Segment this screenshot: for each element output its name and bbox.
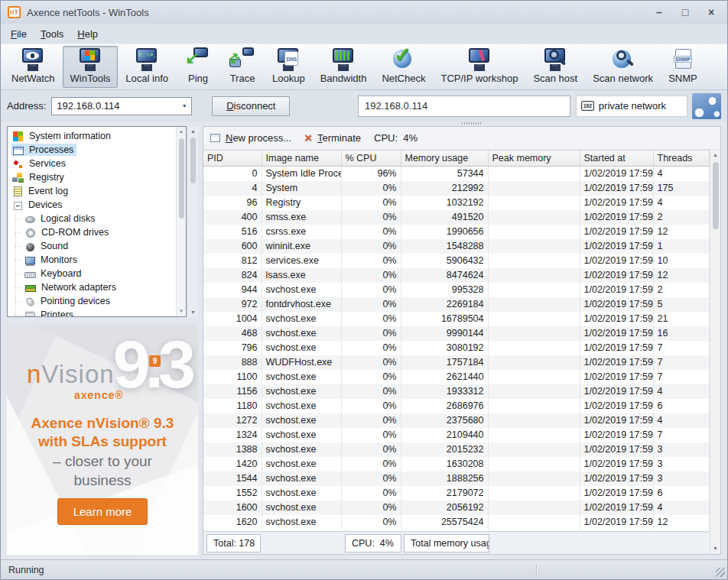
process-row[interactable]: 468svchost.exe0%99901441/02/2019 17:59:1… xyxy=(203,326,710,341)
process-row[interactable]: 1156svchost.exe0%19333121/02/2019 17:59:… xyxy=(203,384,710,399)
menu-file[interactable]: File xyxy=(4,26,34,42)
process-table-zone: PIDImage name% CPUMemory usagePeak memor… xyxy=(203,150,720,554)
tree-item-pointing-devices[interactable]: Pointing devices xyxy=(8,294,176,308)
scroll-up-icon[interactable]: ▲ xyxy=(179,127,184,137)
tree-item-services[interactable]: Services xyxy=(8,157,176,170)
scroll-down-icon[interactable]: ▼ xyxy=(713,543,718,554)
toolbar-button-scan-host[interactable]: Scan host xyxy=(525,46,585,88)
process-table-body: 0System Idle Process96%573441/02/2019 17… xyxy=(203,167,710,530)
process-row[interactable]: 1272svchost.exe0%23756801/02/2019 17:59:… xyxy=(203,413,710,428)
column-header-memory-usage[interactable]: Memory usage xyxy=(401,151,488,167)
scroll-up-icon[interactable]: ▲ xyxy=(190,126,196,136)
host-address-field[interactable]: 192.168.0.114 xyxy=(358,96,570,117)
toolbar-button-netwatch[interactable]: NetWatch xyxy=(4,46,63,88)
toolbar-button-netcheck[interactable]: ✓NetCheck xyxy=(374,46,433,88)
tree-item-event-log[interactable]: Event log xyxy=(8,184,176,198)
scroll-down-icon[interactable]: ▼ xyxy=(179,306,184,316)
process-row[interactable]: 1420svchost.exe0%16302081/02/2019 17:59:… xyxy=(203,457,710,471)
column-header-threads[interactable]: Threads xyxy=(653,151,710,167)
process-row[interactable]: 1180svchost.exe0%26869761/02/2019 17:59:… xyxy=(203,399,710,413)
scroll-down-icon[interactable]: ▼ xyxy=(190,307,196,317)
menu-help[interactable]: Help xyxy=(70,26,105,42)
toolbar-button-trace[interactable]: ⇄Trace xyxy=(220,46,265,88)
new-process-button[interactable]: New process... xyxy=(226,132,291,144)
toolbar-button-snmp[interactable]: SNMPSNMP xyxy=(661,46,705,88)
toolbar-button-ping[interactable]: ↙Ping xyxy=(176,46,220,88)
processes-icon xyxy=(13,147,24,155)
toolbar-button-lookup[interactable]: DNSLookup xyxy=(265,46,313,88)
process-row[interactable]: 1620svchost.exe0%255754241/02/2019 17:59… xyxy=(203,515,710,530)
tree-scrollbar[interactable]: ▲ ▼ xyxy=(176,127,186,316)
process-row[interactable]: 400smss.exe0%4915201/02/2019 17:59:2 xyxy=(203,210,710,225)
process-row[interactable]: 1544svchost.exe0%18882561/02/2019 17:59:… xyxy=(203,471,710,486)
process-row[interactable]: 1100svchost.exe0%26214401/02/2019 17:59:… xyxy=(203,370,710,384)
toolbar-button-scan-network[interactable]: Scan network xyxy=(585,46,661,88)
process-row[interactable]: 1388svchost.exe0%20152321/02/2019 17:59:… xyxy=(203,442,710,457)
ad-banner[interactable]: 9.3 nVision 9 axence® Axence nVision® 9.… xyxy=(7,325,198,555)
process-row[interactable]: 944svchost.exe0%9953281/02/2019 17:59:2 xyxy=(203,283,710,297)
tree-item-processes[interactable]: Processes xyxy=(8,143,176,157)
wintools-icon xyxy=(76,47,105,71)
process-table: PIDImage name% CPUMemory usagePeak memor… xyxy=(203,150,710,530)
process-row[interactable]: 96Registry0%10321921/02/2019 17:59:4 xyxy=(203,196,710,210)
tree-item-system-information[interactable]: System information xyxy=(8,129,176,143)
toolbar-button-local-info[interactable]: C:\>_Local info xyxy=(118,46,176,88)
process-row[interactable]: 1600svchost.exe0%20561921/02/2019 17:59:… xyxy=(203,501,710,515)
mouse-icon xyxy=(24,296,35,307)
scroll-up-icon[interactable]: ▲ xyxy=(713,150,718,160)
process-row[interactable]: 824lsass.exe0%84746241/02/2019 17:59:12 xyxy=(203,268,710,283)
process-row[interactable]: 1004svchost.exe0%167895041/02/2019 17:59… xyxy=(203,312,710,326)
toolbar-button-bandwidth[interactable]: Bandwidth xyxy=(313,46,375,88)
minimize-button[interactable]: – xyxy=(648,4,671,21)
process-row[interactable]: 516csrss.exe0%19906561/02/2019 17:59:12 xyxy=(203,225,710,239)
tree-item-logical-disks[interactable]: Logical disks xyxy=(8,212,176,225)
learn-more-button[interactable]: Learn more xyxy=(57,498,148,525)
printers-icon xyxy=(25,313,35,316)
column-header-peak-memory[interactable]: Peak memory xyxy=(488,151,580,167)
address-combobox[interactable]: 192.168.0.114 ▼ xyxy=(51,97,192,115)
process-row[interactable]: 1324svchost.exe0%21094401/02/2019 17:59:… xyxy=(203,428,710,442)
device-tree: System informationProcessesServicesRegis… xyxy=(8,127,176,316)
tree-item-registry[interactable]: Registry xyxy=(8,170,176,184)
column-header-cpu[interactable]: % CPU xyxy=(341,151,401,167)
panel-scrollbar[interactable]: ▲ ▼ xyxy=(187,126,198,317)
column-header-started-at[interactable]: Started at xyxy=(580,151,653,167)
process-row[interactable]: 600wininit.exe0%15482881/02/2019 17:59:1 xyxy=(203,239,710,254)
tree-item-keyboard[interactable]: Keyboard xyxy=(8,267,176,280)
tree-item-sound[interactable]: Sound xyxy=(8,239,176,253)
column-header-image-name[interactable]: Image name xyxy=(262,151,341,167)
process-row[interactable]: 1552svchost.exe0%21790721/02/2019 17:59:… xyxy=(203,486,710,501)
process-row[interactable]: 796svchost.exe0%30801921/02/2019 17:59:7 xyxy=(203,341,710,355)
toolbar-label: SNMP xyxy=(668,73,697,84)
process-row[interactable]: 4System0%2129921/02/2019 17:59:175 xyxy=(203,181,710,196)
process-row[interactable]: 972fontdrvhost.exe0%22691841/02/2019 17:… xyxy=(203,297,710,312)
splitter-handle[interactable] xyxy=(462,122,482,125)
tree-item-printers[interactable]: Printers xyxy=(8,308,176,316)
scrollbar-thumb[interactable] xyxy=(713,162,719,229)
terminate-button[interactable]: Terminate xyxy=(317,132,361,144)
tree-item-monitors[interactable]: Monitors xyxy=(8,253,176,267)
menu-tools[interactable]: Tools xyxy=(34,26,70,42)
maximize-button[interactable]: □ xyxy=(674,4,697,21)
close-button[interactable]: × xyxy=(700,4,723,21)
column-header-pid[interactable]: PID xyxy=(203,151,262,167)
resize-grip-icon[interactable] xyxy=(716,568,725,577)
toolbar-button-wintools[interactable]: WinTools xyxy=(63,46,119,88)
process-row[interactable]: 0System Idle Process96%573441/02/2019 17… xyxy=(203,167,710,181)
dropdown-arrow-icon[interactable]: ▼ xyxy=(177,103,191,109)
process-row[interactable]: 888WUDFHost.exe0%17571841/02/2019 17:59:… xyxy=(203,355,710,370)
process-row[interactable]: 812services.exe0%59064321/02/2019 17:59:… xyxy=(203,254,710,268)
collapse-expander-icon[interactable] xyxy=(14,202,22,210)
scrollbar-thumb[interactable] xyxy=(179,138,184,219)
toolbar-button-tcp-ip-workshop[interactable]: TCP/IP workshop xyxy=(433,46,525,88)
disconnect-button[interactable]: Disconnect xyxy=(212,96,290,116)
tree-item-network-adapters[interactable]: Network adapters xyxy=(8,280,176,294)
tree-item-devices[interactable]: Devices xyxy=(8,198,176,212)
network-type-box[interactable]: 192 private network xyxy=(576,96,687,117)
tree-label: Registry xyxy=(29,172,64,183)
tree-item-cd-rom-drives[interactable]: CD-ROM drives xyxy=(8,225,176,239)
toolbar-label: Ping xyxy=(188,73,208,84)
eventlog-icon xyxy=(14,186,22,196)
table-scrollbar[interactable]: ▲ ▼ xyxy=(710,150,720,554)
scrollbar-thumb[interactable] xyxy=(190,138,196,183)
